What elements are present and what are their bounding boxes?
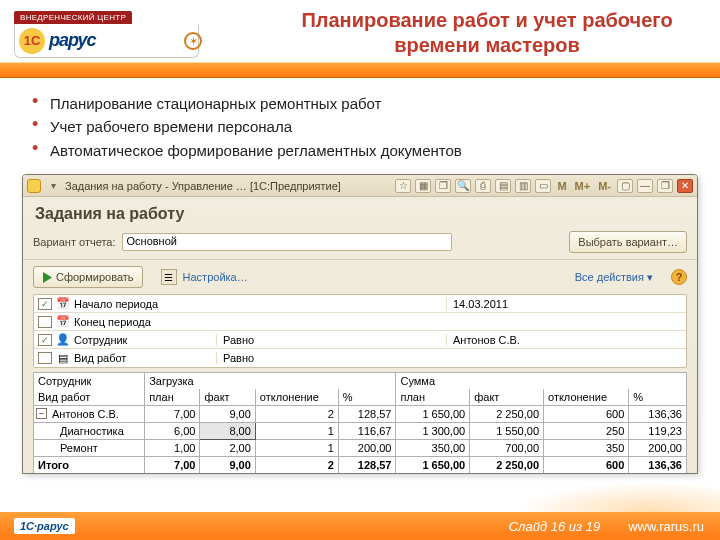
th-employee: Сотрудник (34, 373, 145, 389)
doc-icon[interactable]: ❐ (435, 179, 451, 193)
slide-number: Слайд 16 из 19 (509, 519, 600, 534)
filter-label: Вид работ (74, 352, 126, 364)
variant-field[interactable]: Основной (122, 233, 452, 251)
th: % (338, 389, 396, 406)
all-actions-menu[interactable]: Все действия ▾ (575, 271, 653, 284)
th: план (145, 389, 200, 406)
logo-text: рарус (49, 30, 96, 51)
report-table: Сотрудник Загрузка Сумма Вид работ план … (33, 372, 687, 474)
close-button[interactable]: ✕ (677, 179, 693, 193)
checkbox[interactable]: ✓ (38, 298, 52, 310)
help-button[interactable]: ? (671, 269, 687, 285)
filter-row[interactable]: ✓ 📅Начало периода 14.03.2011 (34, 295, 686, 313)
filter-row[interactable]: ▤Вид работ Равно (34, 349, 686, 367)
play-icon (42, 272, 52, 283)
person-icon: 👤 (56, 333, 70, 347)
settings-link[interactable]: Настройка… (183, 271, 248, 283)
titlebar[interactable]: ▾ Задания на работу - Управление … [1С:П… (23, 175, 697, 197)
checkbox[interactable]: ✓ (38, 334, 52, 346)
mem-mplus[interactable]: M+ (573, 180, 593, 192)
filters-panel: ✓ 📅Начало периода 14.03.2011 📅Конец пери… (33, 294, 687, 368)
th-worktype: Вид работ (34, 389, 145, 406)
table-row[interactable]: −Антонов С.В. 7,00 9,00 2 128,57 1 650,0… (34, 406, 687, 423)
logo-badge: ВНЕДРЕНЧЕСКИЙ ЦЕНТР (14, 11, 132, 24)
selected-cell[interactable]: 8,00 (200, 423, 255, 440)
filter-label: Начало периода (74, 298, 158, 310)
print-icon[interactable]: ⎙ (475, 179, 491, 193)
table-row-total[interactable]: Итого 7,00 9,00 2 128,57 1 650,00 2 250,… (34, 457, 687, 474)
bullet-list: Планирование стационарных ремонтных рабо… (30, 92, 690, 162)
choose-variant-button[interactable]: Выбрать вариант… (569, 231, 687, 253)
th: отклонение (255, 389, 338, 406)
calendar-icon: 📅 (56, 297, 70, 311)
th: факт (200, 389, 255, 406)
footer-logo: 1С·рарус (14, 518, 75, 534)
app-window: ▾ Задания на работу - Управление … [1С:П… (22, 174, 698, 474)
maximize-button[interactable]: ❐ (657, 179, 673, 193)
settings-icon: ☰ (161, 269, 177, 285)
filter-row[interactable]: ✓ 👤Сотрудник Равно Антонов С.В. (34, 331, 686, 349)
variant-value: Основной (127, 235, 177, 247)
mini2-icon[interactable]: ▥ (515, 179, 531, 193)
window-title: Задания на работу - Управление … [1С:Пре… (65, 180, 341, 192)
filter-value[interactable]: 14.03.2011 (446, 298, 686, 310)
svg-marker-0 (43, 272, 52, 283)
filter-row[interactable]: 📅Конец периода (34, 313, 686, 331)
find-icon[interactable]: 🔍 (455, 179, 471, 193)
minimize-button[interactable]: ▢ (617, 179, 633, 193)
bullet-item: Учет рабочего времени персонала (30, 115, 690, 138)
minimize2-button[interactable]: — (637, 179, 653, 193)
filter-op[interactable]: Равно (216, 334, 446, 346)
checkbox[interactable] (38, 352, 52, 364)
collapse-toggle[interactable]: − (36, 408, 47, 419)
th: план (396, 389, 470, 406)
vendor-logo: ВНЕДРЕНЧЕСКИЙ ЦЕНТР 1C рарус ✶ (14, 6, 199, 50)
calc-icon[interactable]: ▭ (535, 179, 551, 193)
th-sum: Сумма (396, 373, 687, 389)
list-icon: ▤ (56, 351, 70, 365)
th-load: Загрузка (145, 373, 396, 389)
swirl-icon: ✶ (184, 32, 202, 50)
star-icon[interactable]: ☆ (395, 179, 411, 193)
slide-footer: 1С·рарус Слайд 16 из 19 www.rarus.ru (0, 512, 720, 540)
bullet-item: Планирование стационарных ремонтных рабо… (30, 92, 690, 115)
slide-title: Планирование работ и учет рабочего време… (272, 8, 702, 58)
table-row[interactable]: Диагностика 6,00 8,00 1 116,67 1 300,00 … (34, 423, 687, 440)
table-row[interactable]: Ремонт 1,00 2,00 1 200,00 350,00 700,00 … (34, 440, 687, 457)
mini1-icon[interactable]: ▤ (495, 179, 511, 193)
filter-value[interactable]: Антонов С.В. (446, 334, 686, 346)
th: отклонение (544, 389, 629, 406)
variant-label: Вариант отчета: (33, 236, 116, 248)
filter-op[interactable]: Равно (216, 352, 446, 364)
th: % (629, 389, 687, 406)
mem-m[interactable]: M (555, 180, 568, 192)
checkbox[interactable] (38, 316, 52, 328)
dropdown-icon[interactable]: ▾ (45, 179, 61, 193)
generate-button[interactable]: Сформировать (33, 266, 143, 288)
footer-site: www.rarus.ru (628, 519, 704, 534)
calendar-icon: 📅 (56, 315, 70, 329)
report-title: Задания на работу (23, 197, 697, 229)
mem-mminus[interactable]: M- (596, 180, 613, 192)
filter-label: Конец периода (74, 316, 151, 328)
app-icon (27, 179, 41, 193)
filter-label: Сотрудник (74, 334, 127, 346)
grid-icon[interactable]: ▦ (415, 179, 431, 193)
one-c-icon: 1C (19, 28, 45, 54)
th: факт (470, 389, 544, 406)
bullet-item: Автоматическое формирование регламентных… (30, 139, 690, 162)
header-divider (0, 62, 720, 78)
